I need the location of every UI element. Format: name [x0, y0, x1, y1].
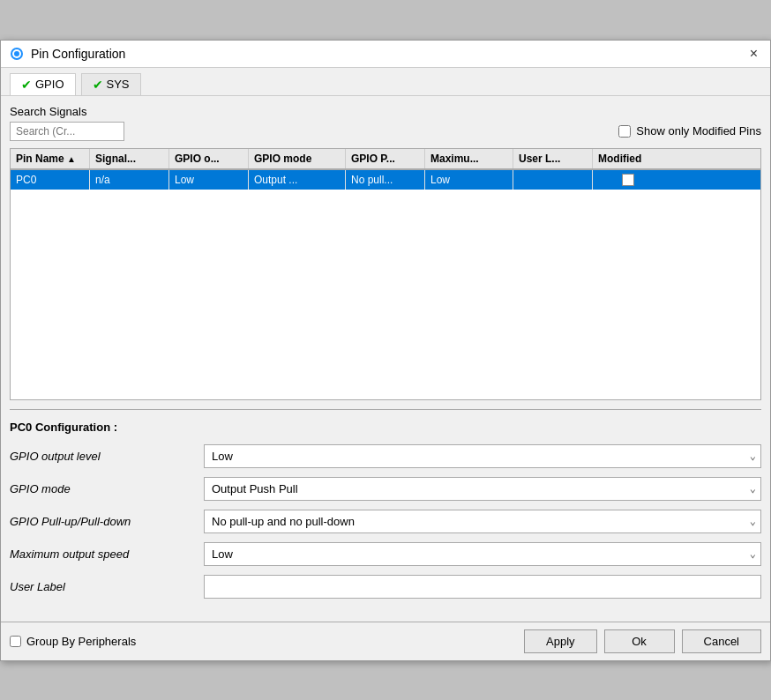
table-row[interactable]: PC0 n/a Low Output ... No pull... Low [11, 170, 760, 190]
td-gpio-pull: No pull... [346, 170, 425, 190]
footer: Group By Peripherals Apply Ok Cancel [1, 622, 770, 660]
th-pin-name: Pin Name ▲ [11, 149, 90, 168]
config-row-gpio-output: GPIO output level Low High ⌄ [10, 444, 761, 468]
gpio-mode-select[interactable]: Output Push Pull Output Open Drain Input… [204, 477, 761, 501]
show-modified-label: Show only Modified Pins [636, 124, 761, 138]
tabs-bar: ✔ GPIO ✔ SYS [1, 68, 770, 96]
td-maximum: Low [425, 170, 513, 190]
divider [10, 409, 761, 410]
apply-button[interactable]: Apply [524, 629, 597, 653]
config-label-gpio-mode: GPIO mode [10, 482, 204, 495]
search-section: Search Signals Show only Modified Pins [10, 105, 761, 141]
config-label-user-label: User Label [10, 580, 204, 593]
cancel-button[interactable]: Cancel [682, 629, 761, 653]
th-gpio-output: GPIO o... [169, 149, 249, 168]
group-by-peripherals-label: Group By Peripherals [26, 635, 136, 648]
config-row-max-speed: Maximum output speed Low Medium High Ver… [10, 542, 761, 566]
max-speed-select-wrapper: Low Medium High Very High ⌄ [204, 542, 761, 566]
footer-left: Group By Peripherals [10, 635, 136, 648]
td-pin-name: PC0 [11, 170, 90, 190]
config-label-gpio-pull: GPIO Pull-up/Pull-down [10, 515, 204, 528]
modified-checkbox [622, 174, 634, 186]
search-label: Search Signals [10, 105, 761, 118]
pin-configuration-window: Pin Configuration × ✔ GPIO ✔ SYS Search … [0, 40, 771, 661]
title-bar: Pin Configuration × [1, 41, 770, 68]
td-gpio-output: Low [169, 170, 249, 190]
show-modified-row: Show only Modified Pins [618, 124, 761, 138]
config-row-gpio-mode: GPIO mode Output Push Pull Output Open D… [10, 477, 761, 501]
td-modified [593, 170, 663, 190]
search-input[interactable] [10, 122, 124, 141]
tab-sys-label: SYS [107, 78, 130, 91]
group-by-peripherals-checkbox[interactable] [10, 636, 21, 647]
config-row-user-label: User Label [10, 575, 761, 599]
title-bar-left: Pin Configuration [10, 47, 125, 61]
tab-gpio-label: GPIO [35, 78, 64, 91]
config-row-gpio-pull: GPIO Pull-up/Pull-down No pull-up and no… [10, 510, 761, 533]
close-button[interactable]: × [746, 46, 761, 62]
footer-right: Apply Ok Cancel [524, 629, 761, 653]
user-label-input[interactable] [204, 575, 761, 599]
show-modified-checkbox[interactable] [618, 125, 631, 138]
main-content: Search Signals Show only Modified Pins P… [1, 96, 770, 622]
td-signal: n/a [90, 170, 169, 190]
svg-point-2 [14, 51, 19, 56]
config-title: PC0 Configuration : [10, 421, 761, 434]
tab-sys[interactable]: ✔ SYS [81, 73, 141, 95]
config-label-gpio-output: GPIO output level [10, 450, 204, 463]
gpio-pull-select[interactable]: No pull-up and no pull-down Pull-up Pull… [204, 510, 761, 533]
search-row: Show only Modified Pins [10, 122, 761, 141]
gpio-output-select[interactable]: Low High [204, 444, 761, 468]
window-title: Pin Configuration [31, 47, 125, 61]
table-header: Pin Name ▲ Signal... GPIO o... GPIO mode… [11, 149, 760, 170]
gpio-check-icon: ✔ [21, 78, 32, 92]
th-signal: Signal... [90, 149, 169, 168]
td-user-label [513, 170, 593, 190]
ok-button[interactable]: Ok [604, 629, 675, 653]
sys-check-icon: ✔ [93, 78, 103, 92]
th-modified: Modified [593, 149, 663, 168]
th-user-label: User L... [513, 149, 593, 168]
pin-table: Pin Name ▲ Signal... GPIO o... GPIO mode… [10, 148, 761, 400]
max-speed-select[interactable]: Low Medium High Very High [204, 542, 761, 566]
td-gpio-mode: Output ... [249, 170, 346, 190]
tab-gpio[interactable]: ✔ GPIO [10, 73, 76, 95]
gpio-pull-select-wrapper: No pull-up and no pull-down Pull-up Pull… [204, 510, 761, 533]
gpio-mode-select-wrapper: Output Push Pull Output Open Drain Input… [204, 477, 761, 501]
sort-arrow-icon: ▲ [67, 154, 76, 164]
config-section: PC0 Configuration : GPIO output level Lo… [10, 415, 761, 613]
table-body: PC0 n/a Low Output ... No pull... Low [11, 170, 760, 399]
th-maximum: Maximu... [425, 149, 513, 168]
config-label-max-speed: Maximum output speed [10, 547, 204, 561]
th-gpio-mode: GPIO mode [249, 149, 346, 168]
gpio-output-select-wrapper: Low High ⌄ [204, 444, 761, 468]
pin-config-icon [10, 47, 24, 61]
th-gpio-pull: GPIO P... [346, 149, 425, 168]
